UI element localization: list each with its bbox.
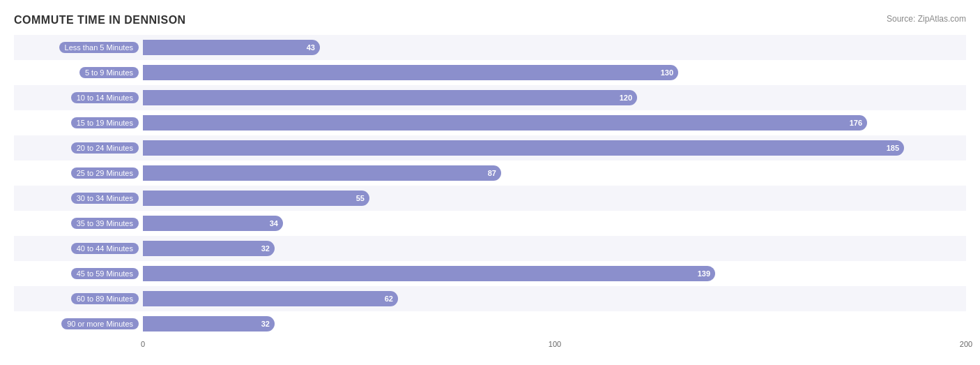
bar-value: 55: [356, 194, 365, 202]
bar-fill: 62: [143, 291, 398, 306]
bar-value: 120: [620, 94, 632, 102]
bar-track: 62: [143, 286, 966, 311]
bar-value: 43: [307, 43, 315, 52]
bar-fill: 32: [143, 316, 275, 332]
bar-track: 139: [143, 261, 966, 286]
x-axis-tick: 200: [960, 340, 972, 348]
bar-label: 35 to 39 Minutes: [14, 218, 143, 229]
bar-label: 15 to 19 Minutes: [14, 117, 143, 128]
bar-label: 45 to 59 Minutes: [14, 268, 143, 279]
bar-fill: 139: [143, 266, 715, 281]
bar-label: 20 to 24 Minutes: [14, 142, 143, 154]
bar-value: 130: [661, 68, 673, 77]
bar-label: 60 to 89 Minutes: [14, 293, 143, 304]
bar-value: 87: [488, 169, 496, 177]
bar-label: 30 to 34 Minutes: [14, 193, 143, 204]
bar-fill: 185: [143, 140, 904, 156]
bar-fill: 130: [143, 65, 678, 80]
bar-row: 40 to 44 Minutes32: [14, 236, 966, 261]
bar-fill: 32: [143, 241, 275, 256]
bar-track: 34: [143, 211, 966, 236]
bar-row: 20 to 24 Minutes185: [14, 135, 966, 161]
bar-track: 32: [143, 236, 966, 261]
bar-value: 34: [270, 219, 278, 228]
bar-value: 185: [887, 144, 899, 152]
x-axis: 0100200: [143, 340, 966, 354]
bar-track: 55: [143, 186, 966, 211]
bar-fill: 176: [143, 115, 867, 131]
bar-row: 60 to 89 Minutes62: [14, 286, 966, 311]
bar-row: 15 to 19 Minutes176: [14, 110, 966, 135]
bar-row: 25 to 29 Minutes87: [14, 161, 966, 186]
chart-body: Less than 5 Minutes435 to 9 Minutes13010…: [14, 35, 966, 336]
bar-fill: 87: [143, 165, 501, 181]
bar-row: 5 to 9 Minutes130: [14, 60, 966, 85]
bar-value: 139: [698, 269, 710, 278]
bar-fill: 55: [143, 191, 369, 206]
bar-track: 120: [143, 85, 966, 110]
bar-label: 5 to 9 Minutes: [14, 67, 143, 78]
bar-track: 32: [143, 311, 966, 336]
bar-label: 25 to 29 Minutes: [14, 167, 143, 179]
bar-row: 10 to 14 Minutes120: [14, 85, 966, 110]
bar-fill: 120: [143, 90, 637, 105]
bar-label: 40 to 44 Minutes: [14, 243, 143, 254]
x-axis-tick: 0: [141, 340, 145, 348]
bar-row: 45 to 59 Minutes139: [14, 261, 966, 286]
bar-row: 35 to 39 Minutes34: [14, 211, 966, 236]
chart-title: COMMUTE TIME IN DENNISON: [14, 14, 966, 27]
bar-row: Less than 5 Minutes43: [14, 35, 966, 60]
bar-track: 87: [143, 161, 966, 186]
bar-track: 176: [143, 110, 966, 135]
bar-fill: 34: [143, 216, 283, 231]
bar-row: 90 or more Minutes32: [14, 311, 966, 336]
bar-fill: 43: [143, 40, 320, 55]
bar-label: 10 to 14 Minutes: [14, 92, 143, 103]
bar-value: 32: [261, 244, 270, 253]
bar-label: Less than 5 Minutes: [14, 42, 143, 53]
bar-value: 176: [850, 119, 862, 127]
bar-value: 32: [261, 320, 270, 328]
bar-label: 90 or more Minutes: [14, 318, 143, 329]
bar-row: 30 to 34 Minutes55: [14, 186, 966, 211]
chart-container: COMMUTE TIME IN DENNISON Source: ZipAtla…: [0, 0, 980, 365]
bar-track: 130: [143, 60, 966, 85]
bar-track: 185: [143, 135, 966, 161]
bar-value: 62: [385, 295, 393, 303]
bar-track: 43: [143, 35, 966, 60]
x-axis-tick: 100: [549, 340, 561, 348]
source-label: Source: ZipAtlas.com: [887, 14, 966, 24]
